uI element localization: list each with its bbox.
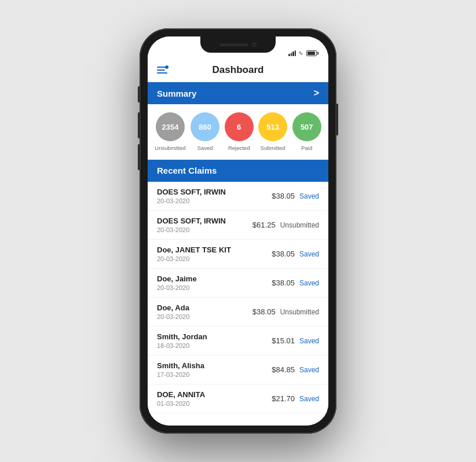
claim-info: DOE, ANNITA 01-03-2020 xyxy=(157,390,205,407)
claim-amount: $38.05 xyxy=(272,192,295,200)
volume-down-button xyxy=(138,144,140,170)
table-row[interactable]: Doe, Jaime 20-03-2020 $38.05 Saved xyxy=(148,269,328,298)
volume-up-button xyxy=(138,112,140,138)
table-row[interactable]: DOES SOFT, IRWIN 20-03-2020 $38.05 Saved xyxy=(148,182,328,211)
table-row[interactable]: Smith, Jordan 18-03-2020 $15.01 Saved xyxy=(148,327,328,355)
claims-list[interactable]: DOES SOFT, IRWIN 20-03-2020 $38.05 Saved… xyxy=(148,182,328,426)
claim-name: Smith, Alisha xyxy=(157,361,204,370)
claim-status: Unsubmitted xyxy=(280,221,319,229)
notification-dot xyxy=(165,65,169,69)
wifi-icon: ∿ xyxy=(298,50,303,56)
stat-circle-unsubmitted: 2354 xyxy=(156,112,185,141)
recent-claims-header: Recent Claims xyxy=(148,160,328,182)
phone-device: ∿ Dashboard Summary xyxy=(140,28,336,434)
stat-rejected[interactable]: 6 Rejected xyxy=(225,112,254,151)
claim-amount: $38.05 xyxy=(272,278,295,287)
claim-right: $38.05 Saved xyxy=(272,278,319,287)
claim-date: 18-03-2020 xyxy=(157,342,207,349)
claim-right: $38.05 Saved xyxy=(272,250,319,258)
claim-status: Saved xyxy=(299,366,319,374)
claim-amount: $38.05 xyxy=(252,307,276,316)
stat-label-saved: Saved xyxy=(197,145,213,151)
claim-info: DOES SOFT, IRWIN 20-03-2020 xyxy=(157,188,226,204)
stat-label-paid: Paid xyxy=(301,145,312,151)
recent-claims-label: Recent Claims xyxy=(157,166,217,175)
claim-info: Smith, Alisha 17-03-2020 xyxy=(157,361,204,378)
claim-right: $15.01 Saved xyxy=(272,336,319,345)
table-row[interactable]: Smith, Alisha 17-03-2020 $84.85 Saved xyxy=(148,355,328,384)
claim-date: 20-03-2020 xyxy=(157,313,189,320)
claim-name: Smith, Jordan xyxy=(157,332,207,341)
claim-amount: $61.25 xyxy=(252,221,276,229)
app-content: Dashboard Summary > 2354 Unsubmitted 860… xyxy=(148,60,328,426)
table-row[interactable]: DOE, ANNITA 01-03-2020 $21.70 Saved xyxy=(148,384,328,413)
stat-circle-paid: 507 xyxy=(292,112,321,141)
claim-amount: $15.01 xyxy=(272,336,295,345)
claim-info: Doe, Ada 20-03-2020 xyxy=(157,303,189,320)
speaker-grille xyxy=(219,43,248,46)
stat-unsubmitted[interactable]: 2354 Unsubmitted xyxy=(155,112,185,151)
claim-status: Saved xyxy=(299,250,319,258)
claim-status: Unsubmitted xyxy=(280,308,319,316)
claim-info: Smith, Jordan 18-03-2020 xyxy=(157,332,207,349)
summary-arrow-icon: > xyxy=(314,88,319,98)
claim-status: Saved xyxy=(299,337,319,345)
claim-date: 20-03-2020 xyxy=(157,226,226,233)
phone-screen: ∿ Dashboard Summary xyxy=(148,36,328,426)
summary-section-header[interactable]: Summary > xyxy=(148,82,328,104)
claim-date: 17-03-2020 xyxy=(157,371,204,378)
table-row[interactable]: DOES SOFT, IRWIN 20-03-2020 $61.25 Unsub… xyxy=(148,211,328,240)
stat-saved[interactable]: 860 Saved xyxy=(191,112,219,151)
claim-amount: $84.85 xyxy=(272,365,295,374)
claim-info: DOES SOFT, IRWIN 20-03-2020 xyxy=(157,217,226,233)
claim-name: DOES SOFT, IRWIN xyxy=(157,217,226,225)
claim-right: $38.05 Saved xyxy=(272,192,319,200)
claim-status: Saved xyxy=(299,192,319,200)
claim-date: 01-03-2020 xyxy=(157,400,205,407)
stat-circle-rejected: 6 xyxy=(225,112,254,141)
menu-button[interactable] xyxy=(157,67,167,74)
phone-notch xyxy=(200,36,276,53)
claim-info: Doe, JANET TSE KIT 20-03-2020 xyxy=(157,245,231,262)
summary-stats-row: 2354 Unsubmitted 860 Saved 6 Rejected 51… xyxy=(148,104,328,160)
stat-submitted[interactable]: 513 Submitted xyxy=(258,112,287,151)
stat-circle-submitted: 513 xyxy=(258,112,287,141)
page-title: Dashboard xyxy=(213,64,264,76)
claim-date: 20-03-2020 xyxy=(157,284,197,291)
claim-name: DOE, ANNITA xyxy=(157,390,205,399)
claim-right: $38.05 Unsubmitted xyxy=(252,307,319,316)
stat-circle-saved: 860 xyxy=(191,112,219,141)
claim-name: Doe, Jaime xyxy=(157,274,197,283)
claim-right: $21.70 Saved xyxy=(272,394,319,403)
claim-status: Saved xyxy=(299,395,319,403)
status-icons: ∿ xyxy=(288,50,317,56)
table-row[interactable]: Doe, Ada 20-03-2020 $38.05 Unsubmitted xyxy=(148,298,328,327)
claim-name: DOES SOFT, IRWIN xyxy=(157,188,226,196)
front-camera xyxy=(252,42,257,47)
battery-icon xyxy=(306,50,317,56)
claim-info: Doe, Jaime 20-03-2020 xyxy=(157,274,197,291)
signal-icon xyxy=(288,50,296,56)
summary-label: Summary xyxy=(157,89,196,98)
claim-right: $61.25 Unsubmitted xyxy=(252,221,319,229)
claim-name: Doe, Ada xyxy=(157,303,189,312)
mute-button xyxy=(138,86,140,102)
stat-label-rejected: Rejected xyxy=(228,145,250,151)
stat-label-submitted: Submitted xyxy=(261,145,285,151)
claim-date: 20-03-2020 xyxy=(157,255,231,262)
stat-paid[interactable]: 507 Paid xyxy=(292,112,321,151)
power-button xyxy=(336,104,338,135)
claim-status: Saved xyxy=(299,279,319,287)
claim-amount: $21.70 xyxy=(272,394,295,403)
claim-amount: $38.05 xyxy=(272,250,295,258)
claim-right: $84.85 Saved xyxy=(272,365,319,374)
app-header: Dashboard xyxy=(148,60,328,82)
claim-date: 20-03-2020 xyxy=(157,197,226,204)
stat-label-unsubmitted: Unsubmitted xyxy=(155,145,185,151)
table-row[interactable]: Doe, JANET TSE KIT 20-03-2020 $38.05 Sav… xyxy=(148,240,328,269)
claim-name: Doe, JANET TSE KIT xyxy=(157,245,231,254)
